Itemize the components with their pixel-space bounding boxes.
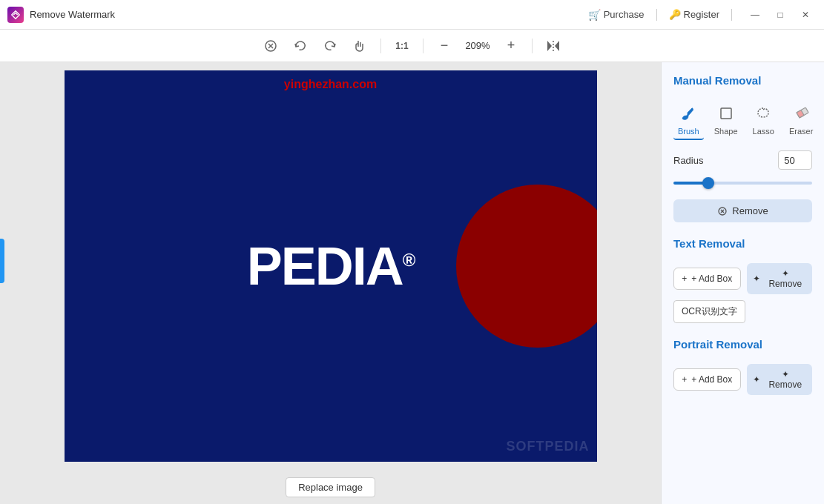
app-title: Remove Watermark (30, 9, 115, 20)
zoom-controls: − 209% + (432, 34, 523, 58)
toolbar-sep3 (532, 39, 533, 53)
app-icon (7, 7, 24, 23)
close-button[interactable]: ✕ (794, 4, 817, 25)
manual-removal-title: Manual Removal (673, 74, 812, 87)
main-area: yinghezhan.com PEDIA® SOFTPEDIA Replace … (0, 62, 824, 504)
softpedia-watermark: SOFTPEDIA (506, 439, 589, 454)
right-panel: Manual Removal Brush (661, 62, 824, 504)
slider-thumb[interactable] (702, 177, 714, 189)
brush-label: Brush (678, 127, 699, 136)
hand-tool-button[interactable] (348, 34, 372, 58)
manual-remove-label: Remove (732, 205, 768, 216)
radius-label: Radius (673, 155, 703, 166)
text-remove-button[interactable]: ✦ ✦ Remove (747, 263, 813, 294)
text-add-box-button[interactable]: + + Add Box (673, 268, 741, 290)
window-controls: — □ ✕ (744, 4, 817, 25)
title-bar-left: Remove Watermark (7, 7, 115, 23)
toolbar-sep (380, 39, 381, 53)
shape-label: Shape (714, 127, 738, 136)
red-circle (456, 185, 597, 348)
image-canvas[interactable]: yinghezhan.com PEDIA® SOFTPEDIA (65, 70, 597, 462)
eraser-tool[interactable]: Eraser (785, 100, 817, 140)
lasso-icon (753, 103, 774, 124)
divider (656, 9, 657, 21)
toolbar-sep2 (423, 39, 423, 53)
manual-remove-button[interactable]: Remove (673, 199, 812, 222)
fit-button[interactable]: 1:1 (390, 34, 414, 58)
text-removal-title: Text Removal (673, 237, 812, 250)
remove-icon2: ✦ (753, 374, 760, 385)
plus-icon: + (682, 273, 687, 284)
maximize-button[interactable]: □ (769, 4, 791, 25)
pedia-dia: DIA (315, 236, 403, 296)
redo-button[interactable] (318, 34, 342, 58)
brush-icon (678, 103, 699, 124)
replace-image-button[interactable]: Replace image (286, 477, 375, 497)
title-bar-right: 🛒 Purchase 🔑 Register — □ ✕ (588, 4, 817, 25)
radius-input[interactable] (778, 150, 812, 170)
portrait-add-box-button[interactable]: + + Add Box (673, 368, 741, 391)
shape-tool[interactable]: Shape (710, 100, 742, 140)
canvas-container[interactable]: yinghezhan.com PEDIA® SOFTPEDIA (0, 62, 661, 470)
undo-button[interactable] (289, 34, 312, 58)
portrait-removal-actions: + + Add Box ✦ ✦ Remove (673, 364, 812, 395)
shape-icon (716, 103, 736, 124)
register-button[interactable]: 🔑 Register (669, 9, 719, 20)
pedia-text: PEDIA® (247, 236, 415, 296)
pedia-sup: ® (403, 250, 415, 270)
brush-tool[interactable]: Brush (673, 100, 704, 140)
svg-rect-7 (721, 108, 731, 119)
cancel-button[interactable] (259, 34, 283, 58)
portrait-removal-title: Portrait Removal (673, 338, 812, 351)
remove-icon: ✦ (753, 273, 760, 284)
tools-row: Brush Shape (673, 100, 812, 140)
manual-removal-section: Manual Removal Brush (673, 74, 812, 222)
radius-slider[interactable] (673, 182, 812, 185)
pedia-logo: PEDIA® (247, 236, 415, 296)
zoom-in-button[interactable]: + (499, 34, 523, 58)
slider-container (673, 182, 812, 185)
canvas-area: yinghezhan.com PEDIA® SOFTPEDIA Replace … (0, 62, 661, 504)
purchase-button[interactable]: 🛒 Purchase (588, 9, 645, 21)
replace-btn-area: Replace image (286, 470, 375, 504)
lasso-tool[interactable]: Lasso (748, 100, 779, 140)
toolbar: 1:1 − 209% + (0, 30, 824, 62)
svg-marker-4 (555, 41, 559, 51)
zoom-value: 209% (459, 40, 496, 51)
flip-button[interactable] (541, 34, 565, 58)
text-removal-actions: + + Add Box ✦ ✦ Remove (673, 263, 812, 294)
eraser-icon (791, 103, 811, 124)
minimize-button[interactable]: — (744, 4, 766, 25)
divider2 (731, 9, 732, 21)
zoom-out-button[interactable]: − (432, 34, 456, 58)
portrait-removal-section: Portrait Removal + + Add Box ✦ ✦ Remove (673, 338, 812, 395)
fit-icon: 1:1 (395, 41, 408, 51)
cart-icon: 🛒 (588, 9, 601, 21)
watermark-url: yinghezhan.com (284, 78, 377, 91)
svg-marker-3 (547, 41, 552, 51)
ocr-button[interactable]: OCR识别文字 (673, 300, 745, 323)
lasso-label: Lasso (753, 127, 774, 136)
text-removal-section: Text Removal + + Add Box ✦ ✦ Remove OCR识… (673, 237, 812, 323)
radius-row: Radius (673, 150, 812, 170)
portrait-remove-button[interactable]: ✦ ✦ Remove (747, 364, 813, 395)
eraser-label: Eraser (789, 127, 813, 136)
plus-icon2: + (682, 374, 687, 385)
key-icon: 🔑 (669, 9, 681, 20)
title-bar: Remove Watermark 🛒 Purchase 🔑 Register —… (0, 0, 824, 30)
